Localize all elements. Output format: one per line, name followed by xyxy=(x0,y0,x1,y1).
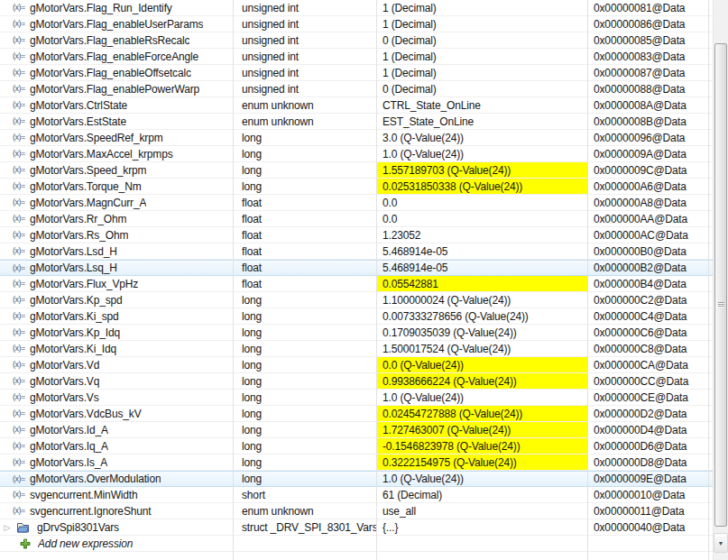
column-divider-name-type[interactable] xyxy=(233,0,234,560)
value-cell[interactable]: 0.0 xyxy=(376,211,587,226)
table-row[interactable]: ▷ (x)= gMotorVars.Rr_Ohm float 0.0 0x000… xyxy=(0,211,713,227)
value-cell[interactable]: EST_State_OnLine xyxy=(376,114,587,129)
expander-icon[interactable]: ▷ xyxy=(2,523,13,532)
table-row[interactable]: ▷ (x)= gMotorVars.SpeedRef_krpm long 3.0… xyxy=(0,130,713,146)
value-cell[interactable]: -0.1546823978 (Q-Value(24)) xyxy=(376,438,587,454)
table-row[interactable]: ▷ (x)= gMotorVars.Ki_spd long 0.00733327… xyxy=(0,308,713,325)
table-row[interactable]: ▷ (x)= gMotorVars.Flag_Run_Identify unsi… xyxy=(0,0,713,16)
scroll-down-button[interactable]: ▼ xyxy=(714,533,728,553)
value-cell[interactable]: 1.0 (Q-Value(24)) xyxy=(376,146,587,161)
table-row[interactable]: ▷ (x)= gMotorVars.Ki_Idq long 1.50001752… xyxy=(0,341,713,357)
type-cell: long xyxy=(233,357,376,372)
expression-name: svgencurrent.IgnoreShunt xyxy=(30,505,152,518)
table-row[interactable]: ▷ (x)= gMotorVars.Rs_Ohm float 1.23052 0… xyxy=(0,227,713,243)
value-cell[interactable]: 1 (Decimal) xyxy=(376,49,587,64)
table-row[interactable]: ▷ (x)= gMotorVars.OverModulation long 1.… xyxy=(0,471,713,487)
table-row[interactable]: ▷ (x)= gMotorVars.Lsq_H float 5.468914e-… xyxy=(0,260,713,276)
table-row[interactable]: ▷ (x)= gMotorVars.Flag_enableForceAngle … xyxy=(0,49,713,65)
value-cell[interactable]: 0.02531850338 (Q-Value(24)) xyxy=(376,179,587,194)
value-cell[interactable]: 1 (Decimal) xyxy=(376,65,587,80)
table-row[interactable]: ▷ (x)= gMotorVars.MagnCurr_A float 0.0 0… xyxy=(0,195,713,211)
table-row[interactable]: ▷ (x)= gMotorVars.Vs long 1.0 (Q-Value(2… xyxy=(0,390,713,406)
value-cell[interactable]: 61 (Decimal) xyxy=(376,487,587,502)
table-row[interactable]: ▷ (x)= svgencurrent.MinWidth short 61 (D… xyxy=(0,487,713,503)
value-cell[interactable]: 1.0 (Q-Value(24)) xyxy=(376,472,587,486)
expression-name: gMotorVars.Vq xyxy=(30,375,99,388)
value-cell[interactable]: use_all xyxy=(376,503,587,519)
vertical-scrollbar[interactable]: ▼ xyxy=(713,0,728,560)
expression-name: gMotorVars.Vd xyxy=(30,359,99,372)
value-cell[interactable]: 0.02454727888 (Q-Value(24)) xyxy=(376,406,587,421)
expression-cell: ▷ (x)= svgencurrent.MinWidth xyxy=(0,487,233,502)
value-cell[interactable]: 1.500017524 (Q-Value(24)) xyxy=(376,341,587,356)
table-row[interactable]: ▷ (x)= gMotorVars.VdcBus_kV long 0.02454… xyxy=(0,406,713,422)
type-cell: float xyxy=(233,276,376,291)
value-cell[interactable]: 0 (Decimal) xyxy=(376,32,587,48)
value-cell[interactable]: {...} xyxy=(376,519,587,535)
expression-name: svgencurrent.MinWidth xyxy=(30,489,138,501)
value-cell[interactable]: 3.0 (Q-Value(24)) xyxy=(376,130,587,145)
address-cell: 0x000000A6@Data xyxy=(587,179,708,194)
table-row[interactable]: ▷ (x)= gMotorVars.Flag_enableRsRecalc un… xyxy=(0,32,713,49)
table-row[interactable]: ▷ (x)= gMotorVars.EstState enum unknown … xyxy=(0,114,713,130)
value-cell[interactable]: 1.100000024 (Q-Value(24)) xyxy=(376,292,587,308)
type-cell: float xyxy=(233,195,376,210)
table-row[interactable]: ▷ gDrvSpi8301Vars struct _DRV_SPI_8301_V… xyxy=(0,519,713,536)
value-cell[interactable]: 5.468914e-05 xyxy=(376,261,587,275)
expression-icon: (x)= xyxy=(13,441,28,451)
expression-name: gMotorVars.MaxAccel_krpmps xyxy=(30,148,173,161)
expression-name: gMotorVars.Flux_VpHz xyxy=(30,278,138,290)
table-row[interactable]: ▷ (x)= gMotorVars.Iq_A long -0.154682397… xyxy=(0,438,713,454)
value-cell[interactable]: 1.23052 xyxy=(376,227,587,243)
value-cell[interactable]: 0.9938666224 (Q-Value(24)) xyxy=(376,373,587,389)
expression-cell: ▷ (x)= gMotorVars.SpeedRef_krpm xyxy=(0,130,233,145)
type-cell: long xyxy=(233,179,376,194)
value-cell[interactable]: 1 (Decimal) xyxy=(376,16,587,32)
table-row[interactable]: ▷ (x)= gMotorVars.Flag_enableOffsetcalc … xyxy=(0,65,713,81)
value-cell[interactable]: 0.007333278656 (Q-Value(24)) xyxy=(376,308,587,324)
table-row[interactable]: ▷ (x)= gMotorVars.Kp_spd long 1.10000002… xyxy=(0,292,713,308)
column-divider-value-address[interactable] xyxy=(587,0,588,560)
value-cell[interactable] xyxy=(376,536,587,551)
expression-icon: (x)= xyxy=(13,149,28,159)
value-cell[interactable]: 1 (Decimal) xyxy=(376,0,587,15)
expression-name: gMotorVars.SpeedRef_krpm xyxy=(30,132,163,144)
expression-cell: ▷ (x)= gMotorVars.Vs xyxy=(0,390,233,405)
expression-icon: (x)= xyxy=(13,246,28,256)
scrollbar-grip-icon xyxy=(718,302,724,308)
table-row[interactable]: ▷ (x)= gMotorVars.CtrlState enum unknown… xyxy=(0,97,713,114)
value-cell[interactable]: 1.0 (Q-Value(24)) xyxy=(376,390,587,405)
table-row[interactable]: ▷ (x)= gMotorVars.Is_A long 0.3222154975… xyxy=(0,454,713,471)
table-row[interactable]: ▷ (x)= gMotorVars.MaxAccel_krpmps long 1… xyxy=(0,146,713,162)
value-cell[interactable]: 0.1709035039 (Q-Value(24)) xyxy=(376,325,587,340)
value-cell[interactable]: 5.468914e-05 xyxy=(376,243,587,259)
value-cell[interactable]: 1.727463007 (Q-Value(24)) xyxy=(376,422,587,437)
table-row[interactable]: ▷ (x)= gMotorVars.Flag_enablePowerWarp u… xyxy=(0,81,713,97)
expression-name: gMotorVars.Ki_Idq xyxy=(30,343,116,355)
value-cell[interactable]: 0 (Decimal) xyxy=(376,81,587,96)
value-cell[interactable]: 1.557189703 (Q-Value(24)) xyxy=(376,162,587,178)
value-cell[interactable]: 0.05542881 xyxy=(376,276,587,291)
value-cell[interactable]: 0.0 (Q-Value(24)) xyxy=(376,357,587,372)
value-cell[interactable]: CTRL_State_OnLine xyxy=(376,97,587,113)
table-row[interactable]: ▷ (x)= gMotorVars.Flux_VpHz float 0.0554… xyxy=(0,276,713,292)
add-new-expression-row[interactable]: ▷ Add new expression xyxy=(0,536,713,552)
type-cell: long xyxy=(233,325,376,340)
table-row[interactable]: ▷ (x)= gMotorVars.Kp_Idq long 0.17090350… xyxy=(0,325,713,341)
table-row[interactable]: ▷ (x)= gMotorVars.Id_A long 1.727463007 … xyxy=(0,422,713,438)
table-row[interactable]: ▷ (x)= gMotorVars.Torque_Nm long 0.02531… xyxy=(0,179,713,195)
expression-cell: ▷ (x)= gMotorVars.Id_A xyxy=(0,422,233,437)
expression-name: gMotorVars.MagnCurr_A xyxy=(30,197,146,209)
table-row[interactable]: ▷ (x)= gMotorVars.Flag_enableUserParams … xyxy=(0,16,713,32)
expression-icon: (x)= xyxy=(13,311,28,321)
table-row[interactable]: ▷ (x)= gMotorVars.Lsd_H float 5.468914e-… xyxy=(0,243,713,260)
table-row[interactable]: ▷ (x)= svgencurrent.IgnoreShunt enum unk… xyxy=(0,503,713,519)
value-cell[interactable]: 0.0 xyxy=(376,195,587,210)
expression-name: gMotorVars.Kp_spd xyxy=(30,294,123,307)
table-row[interactable]: ▷ (x)= gMotorVars.Speed_krpm long 1.5571… xyxy=(0,162,713,179)
table-row[interactable]: ▷ (x)= gMotorVars.Vq long 0.9938666224 (… xyxy=(0,373,713,390)
table-row[interactable]: ▷ (x)= gMotorVars.Vd long 0.0 (Q-Value(2… xyxy=(0,357,713,373)
scrollbar-thumb[interactable] xyxy=(714,43,727,527)
column-divider-type-value[interactable] xyxy=(376,0,377,560)
value-cell[interactable]: 0.3222154975 (Q-Value(24)) xyxy=(376,454,587,470)
